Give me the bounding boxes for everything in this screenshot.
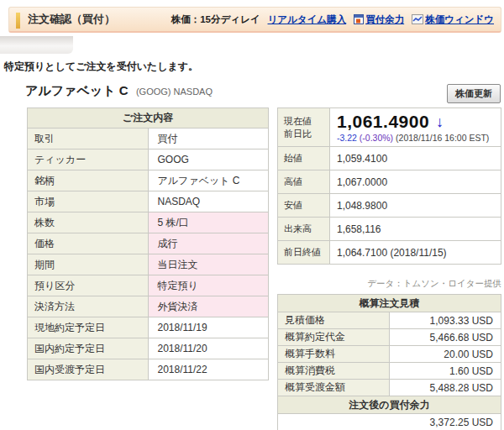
table-row: 始値1,059.4100: [278, 147, 501, 170]
order-table-title: ご注文内容: [28, 108, 269, 128]
table-row: 国内受渡予定日2018/11/22: [28, 359, 269, 380]
partial-gray-tab: [0, 36, 73, 54]
order-notice: 特定預りとしてご注文を受付いたします。: [4, 60, 198, 74]
data-attribution: データ：トムソン・ロイター提供: [277, 278, 501, 290]
change-value: -3.22: [337, 133, 357, 143]
buying-power-link[interactable]: 買付余力: [354, 13, 404, 26]
table-row: 取引買付: [28, 128, 269, 149]
table-row: 市場NASDAQ: [28, 191, 269, 212]
quote-table: 現在値 前日比 1,061.4900 ↓ -3.22 (-0.30%) (201…: [277, 108, 501, 265]
estimate-table: 概算注文見積 見積価格1,093.33 USD 概算約定代金5,466.68 U…: [277, 294, 501, 430]
table-row: 株数5 株/口: [28, 212, 269, 233]
table-row: 決済方法外貨決済: [28, 296, 269, 317]
prev-day-change-label: 前日比: [284, 128, 323, 140]
page-header: 注文確認（買付） 株価：15分ディレイ リアルタイム購入 買付余力 株価ウィンド…: [8, 7, 501, 33]
change-timestamp: (2018/11/16 16:00 EST): [396, 133, 489, 143]
page-title: 注文確認（買付）: [28, 12, 115, 27]
table-row: 概算手数料20.00 USD: [278, 346, 501, 363]
table-row: 国内約定予定日2018/11/20: [28, 338, 269, 359]
table-row: 期間当日注文: [28, 254, 269, 275]
order-details-table: ご注文内容 取引買付 ティッカーGOOG 銘柄アルファベット C 市場NASDA…: [27, 108, 269, 380]
gold-accent-bar: [16, 13, 20, 29]
down-arrow-icon: ↓: [436, 113, 444, 131]
table-row: 3,372.25 USD: [278, 414, 501, 430]
table-row: ティッカーGOOG: [28, 149, 269, 170]
table-row: 現地約定予定日2018/11/19: [28, 317, 269, 338]
after-order-power-title: 注文後の買付余力: [278, 396, 501, 414]
table-row: 出来高1,658,116: [278, 218, 501, 241]
table-row: 概算約定代金5,466.68 USD: [278, 329, 501, 346]
stock-name: アルファベット C: [25, 83, 128, 97]
table-row: 価格成行: [28, 233, 269, 254]
chart-icon: [412, 14, 423, 26]
current-price-label: 現在値: [284, 115, 323, 128]
table-row: 前日終値1,064.7100 (2018/11/15): [278, 241, 501, 265]
current-price-row: 現在値 前日比 1,061.4900 ↓ -3.22 (-0.30%) (201…: [278, 108, 501, 147]
table-row: 銘柄アルファベット C: [28, 170, 269, 191]
price-delay-label: 株価：15分ディレイ: [171, 13, 260, 26]
stock-ticker-market: (GOOG) NASDAQ: [136, 87, 213, 97]
realtime-purchase-link[interactable]: リアルタイム購入: [268, 13, 347, 26]
after-order-power-value: 3,372.25 USD: [278, 414, 501, 430]
estimate-table-title: 概算注文見積: [278, 295, 501, 312]
table-row: 高値1,067.0000: [278, 170, 501, 194]
table-row: 見積価格1,093.33 USD: [278, 312, 501, 329]
price-window-link[interactable]: 株価ウィンドウ: [412, 13, 494, 26]
table-row: 安値1,048.9800: [278, 194, 501, 218]
table-row: 概算受渡金額5,488.28 USD: [278, 380, 501, 396]
table-row: 概算消費税1.60 USD: [278, 363, 501, 380]
calculator-icon: [354, 14, 364, 26]
refresh-price-button[interactable]: 株価更新: [447, 84, 501, 103]
current-price-value: 1,061.4900: [337, 112, 429, 132]
table-row: 預り区分特定預り: [28, 275, 269, 296]
stock-heading: アルファベット C (GOOG) NASDAQ: [25, 83, 213, 99]
change-percent: (-0.30%): [360, 133, 393, 143]
